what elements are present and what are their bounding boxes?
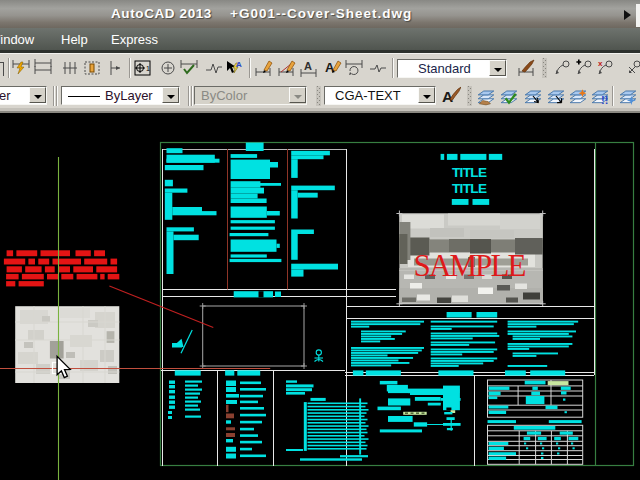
svg-text:TITLE: TITLE (452, 181, 487, 196)
svg-text:TITLE: TITLE (452, 165, 487, 180)
svg-text:SAMPLE: SAMPLE (414, 248, 527, 283)
